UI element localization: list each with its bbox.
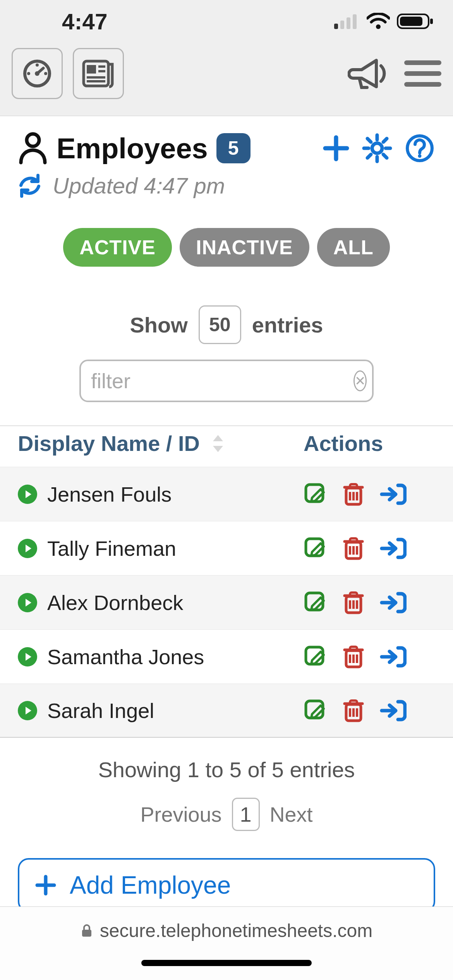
edit-icon[interactable] xyxy=(304,591,328,615)
gauge-icon xyxy=(22,58,53,89)
status-time: 4:47 xyxy=(23,9,108,34)
megaphone-icon[interactable] xyxy=(348,54,390,93)
pill-active[interactable]: ACTIVE xyxy=(63,228,172,267)
hamburger-menu-icon[interactable] xyxy=(404,58,441,89)
login-as-icon[interactable] xyxy=(379,645,407,669)
login-as-icon[interactable] xyxy=(379,699,407,723)
play-icon[interactable] xyxy=(18,539,37,558)
table-row: Tally Fineman xyxy=(0,521,453,575)
delete-icon[interactable] xyxy=(342,590,365,615)
svg-rect-60 xyxy=(306,647,323,664)
settings-icon[interactable] xyxy=(362,133,393,164)
newspaper-icon xyxy=(82,59,115,88)
delete-icon[interactable] xyxy=(342,482,365,507)
svg-point-36 xyxy=(418,154,422,158)
top-toolbar xyxy=(0,43,453,116)
filter-input[interactable] xyxy=(90,368,353,393)
table-row: Alex Dornbeck xyxy=(0,575,453,629)
add-employee-label: Add Employee xyxy=(70,871,231,899)
column-header-name[interactable]: Display Name / ID xyxy=(18,431,200,456)
employee-name[interactable]: Tally Fineman xyxy=(47,536,176,560)
status-bar: 4:47 xyxy=(0,0,453,43)
svg-point-4 xyxy=(376,24,381,29)
employees-table: Display Name / ID Actions Jensen Fouls xyxy=(0,425,453,738)
show-entries: Show 50 entries xyxy=(0,305,453,344)
refresh-icon[interactable] xyxy=(18,174,42,198)
add-employee-button[interactable]: Add Employee xyxy=(18,858,435,912)
delete-icon[interactable] xyxy=(342,698,365,723)
wifi-icon xyxy=(367,13,390,30)
cellular-icon xyxy=(334,14,360,29)
page-header: Employees 5 xyxy=(0,116,453,201)
table-header: Display Name / ID Actions xyxy=(0,426,453,467)
svg-rect-0 xyxy=(334,24,338,29)
play-icon[interactable] xyxy=(18,701,37,720)
svg-point-23 xyxy=(27,134,39,146)
employee-name[interactable]: Samantha Jones xyxy=(47,645,204,669)
table-row: Samantha Jones xyxy=(0,629,453,684)
edit-icon[interactable] xyxy=(304,645,328,669)
svg-rect-3 xyxy=(353,14,357,29)
svg-rect-46 xyxy=(306,539,323,556)
add-icon[interactable] xyxy=(322,134,350,162)
browser-url[interactable]: secure.telephonetimesheets.com xyxy=(100,920,372,941)
sort-icon[interactable] xyxy=(211,434,225,453)
person-icon xyxy=(18,132,48,165)
svg-marker-38 xyxy=(213,446,223,452)
employee-name[interactable]: Alex Dornbeck xyxy=(47,591,183,615)
svg-rect-53 xyxy=(306,593,323,610)
table-row: Jensen Fouls xyxy=(0,467,453,521)
svg-line-31 xyxy=(367,139,371,142)
play-icon[interactable] xyxy=(18,647,37,666)
svg-rect-1 xyxy=(340,21,344,29)
svg-rect-67 xyxy=(306,701,323,718)
status-filter-pills: ACTIVE INACTIVE ALL xyxy=(0,228,453,267)
status-icons xyxy=(334,13,434,30)
plus-icon xyxy=(35,874,57,896)
svg-line-33 xyxy=(367,154,371,158)
svg-rect-15 xyxy=(87,65,96,74)
updated-text: Updated 4:47 pm xyxy=(53,173,225,199)
clear-filter-icon[interactable]: ✕ xyxy=(353,370,367,391)
login-as-icon[interactable] xyxy=(379,482,407,506)
svg-rect-6 xyxy=(400,17,422,26)
edit-icon[interactable] xyxy=(304,699,328,723)
edit-icon[interactable] xyxy=(304,536,328,560)
lock-icon xyxy=(81,923,93,938)
login-as-icon[interactable] xyxy=(379,591,407,615)
news-button[interactable] xyxy=(73,48,124,99)
edit-icon[interactable] xyxy=(304,482,328,506)
home-indicator xyxy=(141,960,312,966)
employee-name[interactable]: Sarah Ingel xyxy=(47,699,154,723)
show-label: Show xyxy=(130,312,188,338)
delete-icon[interactable] xyxy=(342,536,365,561)
entries-select[interactable]: 50 xyxy=(199,305,241,344)
svg-marker-37 xyxy=(213,435,223,441)
showing-text: Showing 1 to 5 of 5 entries xyxy=(0,757,453,782)
browser-bottom-bar: secure.telephonetimesheets.com xyxy=(0,906,453,980)
svg-point-9 xyxy=(36,63,39,67)
svg-point-10 xyxy=(27,72,30,75)
page-title: Employees xyxy=(57,132,208,165)
svg-point-11 xyxy=(44,72,47,75)
svg-line-32 xyxy=(383,154,387,158)
pagination-previous[interactable]: Previous xyxy=(140,802,221,826)
login-as-icon[interactable] xyxy=(379,536,407,560)
pagination-page-1[interactable]: 1 xyxy=(232,798,260,831)
svg-point-26 xyxy=(372,143,382,153)
play-icon[interactable] xyxy=(18,593,37,612)
entries-label: entries xyxy=(252,312,323,338)
pill-all[interactable]: ALL xyxy=(317,228,390,267)
employee-name[interactable]: Jensen Fouls xyxy=(47,482,172,506)
pill-inactive[interactable]: INACTIVE xyxy=(180,228,309,267)
pagination-next[interactable]: Next xyxy=(270,802,313,826)
play-icon[interactable] xyxy=(18,485,37,504)
column-header-actions: Actions xyxy=(304,431,435,456)
help-icon[interactable] xyxy=(404,133,435,164)
battery-icon xyxy=(397,13,434,30)
svg-rect-76 xyxy=(82,930,91,937)
dashboard-button[interactable] xyxy=(12,48,63,99)
svg-rect-2 xyxy=(347,17,350,29)
delete-icon[interactable] xyxy=(342,644,365,669)
svg-point-13 xyxy=(35,71,39,76)
